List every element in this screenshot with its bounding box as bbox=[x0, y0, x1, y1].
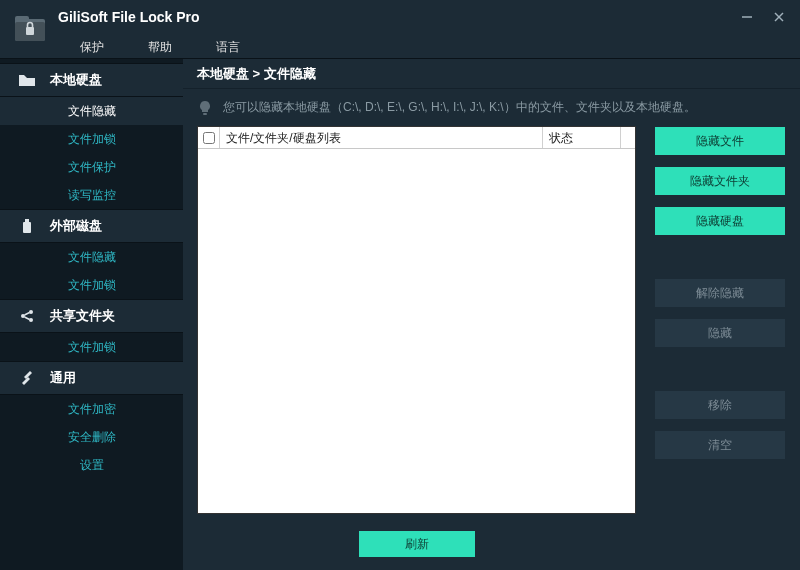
sidebar-header-general[interactable]: 通用 bbox=[0, 361, 183, 395]
sidebar-header-local-label: 本地硬盘 bbox=[50, 71, 102, 89]
sidebar-item-local-hide[interactable]: 文件隐藏 bbox=[0, 97, 183, 125]
sidebar-header-external[interactable]: 外部磁盘 bbox=[0, 209, 183, 243]
minimize-button[interactable] bbox=[740, 10, 754, 24]
app-title: GiliSoft File Lock Pro bbox=[58, 6, 740, 25]
svg-rect-7 bbox=[23, 222, 31, 233]
refresh-button[interactable]: 刷新 bbox=[358, 530, 476, 558]
sidebar-header-local[interactable]: 本地硬盘 bbox=[0, 63, 183, 97]
hide-folder-button[interactable]: 隐藏文件夹 bbox=[654, 166, 786, 196]
svg-point-10 bbox=[29, 310, 33, 314]
unhide-button[interactable]: 解除隐藏 bbox=[654, 278, 786, 308]
column-name[interactable]: 文件/文件夹/硬盘列表 bbox=[220, 127, 543, 148]
list-body bbox=[198, 149, 635, 513]
sidebar-item-general-delete[interactable]: 安全删除 bbox=[0, 423, 183, 451]
tools-icon bbox=[18, 369, 36, 387]
list-panel: 文件/文件夹/硬盘列表 状态 bbox=[197, 126, 636, 514]
svg-line-12 bbox=[25, 313, 30, 316]
select-all-checkbox-cell bbox=[198, 127, 220, 148]
sidebar-header-external-label: 外部磁盘 bbox=[50, 217, 102, 235]
sidebar-item-local-lock[interactable]: 文件加锁 bbox=[0, 125, 183, 153]
sidebar-item-shared-lock[interactable]: 文件加锁 bbox=[0, 333, 183, 361]
sidebar-header-shared[interactable]: 共享文件夹 bbox=[0, 299, 183, 333]
sidebar-header-general-label: 通用 bbox=[50, 369, 76, 387]
action-column: 隐藏文件 隐藏文件夹 隐藏硬盘 解除隐藏 隐藏 移除 清空 bbox=[654, 126, 786, 514]
bulb-icon bbox=[197, 100, 213, 116]
svg-rect-14 bbox=[203, 113, 207, 115]
folder-icon bbox=[18, 71, 36, 89]
hint-text: 您可以隐藏本地硬盘（C:\, D:\, E:\, G:\, H:\, I:\, … bbox=[223, 99, 696, 116]
close-button[interactable] bbox=[772, 10, 786, 24]
hide-button[interactable]: 隐藏 bbox=[654, 318, 786, 348]
usb-icon bbox=[18, 217, 36, 235]
titlebar: GiliSoft File Lock Pro 保护 帮助 语言 bbox=[0, 0, 800, 58]
sidebar-item-local-monitor[interactable]: 读写监控 bbox=[0, 181, 183, 209]
svg-rect-8 bbox=[25, 219, 29, 223]
sidebar-item-general-settings[interactable]: 设置 bbox=[0, 451, 183, 479]
sidebar-item-external-lock[interactable]: 文件加锁 bbox=[0, 271, 183, 299]
sidebar: 本地硬盘 文件隐藏 文件加锁 文件保护 读写监控 外部磁盘 文件隐藏 文件加锁 … bbox=[0, 58, 183, 570]
sidebar-item-local-protect[interactable]: 文件保护 bbox=[0, 153, 183, 181]
breadcrumb: 本地硬盘 > 文件隐藏 bbox=[183, 59, 800, 89]
hide-file-button[interactable]: 隐藏文件 bbox=[654, 126, 786, 156]
svg-point-11 bbox=[29, 318, 33, 322]
remove-button[interactable]: 移除 bbox=[654, 390, 786, 420]
hint-row: 您可以隐藏本地硬盘（C:\, D:\, E:\, G:\, H:\, I:\, … bbox=[183, 89, 800, 124]
sidebar-header-shared-label: 共享文件夹 bbox=[50, 307, 115, 325]
column-status[interactable]: 状态 bbox=[543, 127, 621, 148]
share-icon bbox=[18, 307, 36, 325]
sidebar-item-general-encrypt[interactable]: 文件加密 bbox=[0, 395, 183, 423]
clear-button[interactable]: 清空 bbox=[654, 430, 786, 460]
list-header: 文件/文件夹/硬盘列表 状态 bbox=[198, 127, 635, 149]
sidebar-item-external-hide[interactable]: 文件隐藏 bbox=[0, 243, 183, 271]
hide-disk-button[interactable]: 隐藏硬盘 bbox=[654, 206, 786, 236]
svg-rect-3 bbox=[26, 27, 34, 35]
main-panel: 本地硬盘 > 文件隐藏 您可以隐藏本地硬盘（C:\, D:\, E:\, G:\… bbox=[183, 58, 800, 570]
app-icon bbox=[12, 10, 48, 46]
select-all-checkbox[interactable] bbox=[203, 132, 215, 144]
svg-rect-1 bbox=[15, 16, 29, 22]
svg-line-13 bbox=[25, 317, 30, 320]
